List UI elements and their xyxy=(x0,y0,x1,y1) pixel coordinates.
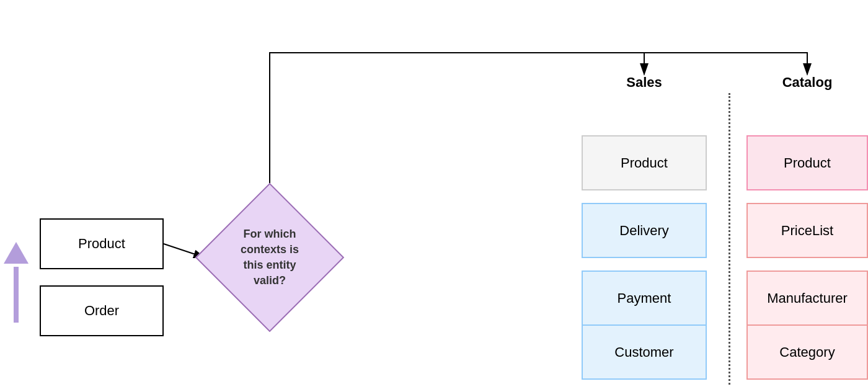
entity-product-label: Product xyxy=(78,236,125,252)
entity-order-box: Order xyxy=(40,285,164,336)
entity-product-box: Product xyxy=(40,218,164,269)
catalog-manufacturer-box: Manufacturer xyxy=(746,271,868,326)
decision-text: For which contexts is this entity valid? xyxy=(229,226,310,289)
catalog-column-header: Catalog xyxy=(746,74,868,91)
entity-order-label: Order xyxy=(84,303,119,319)
sales-customer-label: Customer xyxy=(614,344,673,360)
catalog-pricelist-label: PriceList xyxy=(781,223,833,239)
catalog-pricelist-box: PriceList xyxy=(746,203,868,258)
sales-column-header: Sales xyxy=(582,74,707,91)
decision-diamond: For which contexts is this entity valid? xyxy=(205,192,335,323)
catalog-category-box: Category xyxy=(746,324,868,380)
catalog-manufacturer-label: Manufacturer xyxy=(767,290,848,306)
diagram-container: Product Order For which contexts is this… xyxy=(0,0,868,389)
catalog-product-box: Product xyxy=(746,135,868,190)
catalog-category-label: Category xyxy=(779,344,835,360)
sales-product-label: Product xyxy=(621,155,668,171)
sales-product-box: Product xyxy=(582,135,707,190)
sales-payment-label: Payment xyxy=(618,290,671,306)
sales-customer-box: Customer xyxy=(582,324,707,380)
sales-delivery-box: Delivery xyxy=(582,203,707,258)
catalog-product-label: Product xyxy=(784,155,831,171)
up-arrow-shaft xyxy=(14,267,19,323)
sales-delivery-label: Delivery xyxy=(619,223,668,239)
up-arrow-icon xyxy=(4,242,29,264)
column-divider xyxy=(728,93,730,385)
sales-payment-box: Payment xyxy=(582,271,707,326)
